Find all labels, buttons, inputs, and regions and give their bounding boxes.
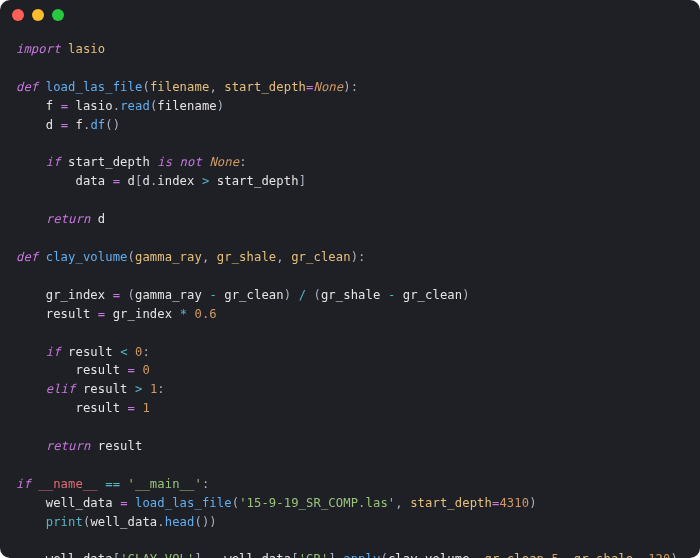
- code-token: =: [633, 552, 648, 558]
- code-token: well_data: [16, 552, 113, 558]
- code-token: start_depth: [68, 155, 157, 169]
- code-line: [16, 418, 684, 437]
- code-token: 4310: [499, 496, 529, 510]
- code-token: .: [113, 99, 120, 113]
- code-line: result = 1: [16, 399, 684, 418]
- code-token: 'CLAY_VOL': [120, 552, 194, 558]
- code-token: 0: [142, 363, 149, 377]
- code-token: =: [113, 288, 128, 302]
- code-token: gr_shale: [574, 552, 634, 558]
- maximize-icon[interactable]: [52, 9, 64, 21]
- code-line: return result: [16, 437, 684, 456]
- code-token: gr_clean: [224, 288, 284, 302]
- code-token: print: [46, 515, 83, 529]
- code-token: start_depth: [224, 80, 306, 94]
- code-line: [16, 456, 684, 475]
- code-token: load_las_file: [135, 496, 232, 510]
- code-token: :: [157, 382, 164, 396]
- code-line: [16, 267, 684, 286]
- code-token: 'GR': [299, 552, 329, 558]
- code-token: '__main__': [128, 477, 202, 491]
- code-token: =: [98, 307, 113, 321]
- code-token: gr_index: [16, 288, 113, 302]
- code-token: -: [388, 288, 403, 302]
- code-token: index: [157, 174, 202, 188]
- code-token: load_las_file: [46, 80, 143, 94]
- code-area[interactable]: import lasio def load_las_file(filename,…: [0, 30, 700, 558]
- code-token: is not: [157, 155, 209, 169]
- code-token: (: [142, 80, 149, 94]
- code-token: start_depth: [410, 496, 492, 510]
- code-line: data = d[d.index > start_depth]: [16, 172, 684, 191]
- code-token: ,: [559, 552, 574, 558]
- code-line: if __name__ == '__main__':: [16, 475, 684, 494]
- code-token: [: [113, 552, 120, 558]
- code-line: [16, 532, 684, 551]
- code-token: d: [98, 212, 105, 226]
- code-token: lasio: [76, 99, 113, 113]
- code-token: result: [98, 439, 143, 453]
- code-token: (): [105, 118, 120, 132]
- code-token: =: [120, 496, 135, 510]
- code-token: =: [209, 552, 224, 558]
- code-window: import lasio def load_las_file(filename,…: [0, 0, 700, 558]
- code-token: lasio: [68, 42, 105, 56]
- minimize-icon[interactable]: [32, 9, 44, 21]
- code-token: '15-9-19_SR_COMP.las': [239, 496, 395, 510]
- code-token: ]: [195, 552, 210, 558]
- code-token: ==: [105, 477, 127, 491]
- code-token: head: [165, 515, 195, 529]
- code-line: well_data['CLAY_VOL'] = well_data['GR'].…: [16, 550, 684, 558]
- code-token: read: [120, 99, 150, 113]
- code-token: ): [529, 496, 536, 510]
- code-line: if start_depth is not None:: [16, 153, 684, 172]
- code-token: start_depth: [217, 174, 299, 188]
- code-token: (: [232, 496, 239, 510]
- code-token: __name__: [38, 477, 105, 491]
- code-line: return d: [16, 210, 684, 229]
- code-token: ,: [276, 250, 291, 264]
- code-token: :: [239, 155, 246, 169]
- code-token: import: [16, 42, 68, 56]
- code-line: def clay_volume(gamma_ray, gr_shale, gr_…: [16, 248, 684, 267]
- code-token: d: [16, 118, 61, 132]
- code-token: 5: [552, 552, 559, 558]
- code-token: >: [135, 382, 150, 396]
- code-line: def load_las_file(filename, start_depth=…: [16, 78, 684, 97]
- code-token: gr_clean: [403, 288, 463, 302]
- code-token: data: [16, 174, 113, 188]
- code-token: 120: [648, 552, 670, 558]
- code-token: f: [16, 99, 61, 113]
- close-icon[interactable]: [12, 9, 24, 21]
- code-line: [16, 135, 684, 154]
- code-token: clay_volume: [46, 250, 128, 264]
- code-token: gamma_ray: [135, 250, 202, 264]
- code-token: d: [128, 174, 135, 188]
- code-token: <: [120, 345, 135, 359]
- code-token: d: [142, 174, 149, 188]
- code-token: ): [671, 552, 678, 558]
- code-token: -: [209, 288, 224, 302]
- code-token: result: [68, 345, 120, 359]
- code-token: gr_shale: [321, 288, 388, 302]
- code-line: print(well_data.head()): [16, 513, 684, 532]
- code-token: clay_volume: [388, 552, 470, 558]
- code-token: None: [314, 80, 344, 94]
- code-token: ): [462, 288, 469, 302]
- code-token: elif: [16, 382, 83, 396]
- code-token: result: [16, 363, 128, 377]
- code-token: result: [16, 401, 128, 415]
- code-token: =: [113, 174, 128, 188]
- code-token: =: [544, 552, 551, 558]
- code-line: [16, 229, 684, 248]
- code-line: well_data = load_las_file('15-9-19_SR_CO…: [16, 494, 684, 513]
- code-token: gr_clean: [485, 552, 545, 558]
- code-token: >: [202, 174, 217, 188]
- code-token: def: [16, 80, 46, 94]
- code-token: (: [128, 250, 135, 264]
- code-token: result: [16, 307, 98, 321]
- code-line: gr_index = (gamma_ray - gr_clean) / (gr_…: [16, 286, 684, 305]
- code-token: ): [284, 288, 299, 302]
- code-token: ):: [351, 250, 366, 264]
- window-titlebar: [0, 0, 700, 30]
